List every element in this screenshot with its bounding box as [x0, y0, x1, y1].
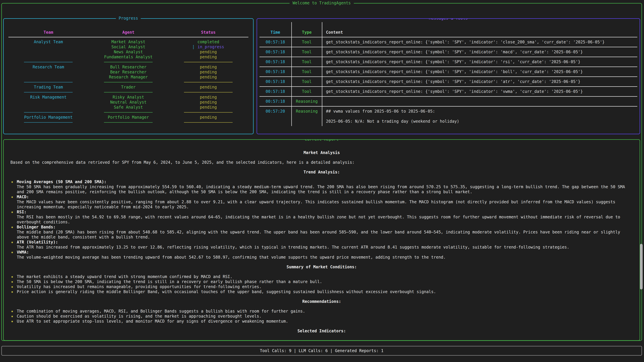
report-panel: Current Report Market Analysis Based on …	[3, 139, 640, 341]
messages-panel-title: Messages & Tools	[426, 18, 470, 21]
bullet-icon: ●	[10, 240, 17, 250]
progress-row: Portfolio ManagementPortfolio Managerpen…	[8, 115, 248, 120]
agent-cell: Social Analyst	[88, 44, 168, 49]
time-cell: 00:57:20	[260, 107, 291, 126]
welcome-title: Welcome to TradingAgents	[290, 1, 354, 5]
bullet-text: Use ATR to set appropriate stop-loss lev…	[17, 319, 633, 324]
bullet-item: ●Moving Averages (50 SMA and 200 SMA):Th…	[10, 179, 633, 194]
progress-panel-title: Progress	[116, 16, 141, 21]
time-cell: 00:57:18	[260, 47, 291, 57]
bullet-item: ●Caution should be exercised as volatili…	[10, 314, 633, 319]
bullet-text: The MACD values have been consistently p…	[17, 199, 633, 210]
bullet-icon: ●	[10, 250, 17, 260]
report-intro: Based on the comprehensive data retrieve…	[10, 160, 633, 165]
bullet-icon: ●	[10, 179, 17, 194]
bullet-label: RSI:	[17, 210, 633, 215]
agent-cell: Safe Analyst	[88, 105, 168, 110]
content-cell: get_stockstats_indicators_report_online:…	[322, 37, 637, 47]
section-heading: Selected Indicators:	[10, 329, 633, 334]
team-cell	[8, 44, 88, 49]
bullet-label: ATR (Volatility):	[17, 240, 633, 245]
status-cell: pending	[168, 69, 248, 75]
progress-table-header: Team Agent Status	[8, 22, 248, 35]
agent-cell: Bear Researcher	[88, 69, 168, 75]
progress-row: Social Analyst⡇in_progress	[8, 44, 248, 49]
scrollbar-thumb[interactable]	[640, 244, 643, 290]
bullet-icon: ●	[10, 284, 17, 289]
bullet-text: The RSI has been mostly in the 54.92 to …	[17, 215, 633, 225]
status-cell: pending	[168, 115, 248, 120]
messages-panel: Messages & Tools Time Type Content 00:57…	[256, 18, 640, 134]
bullet-text: The combination of moving averages, MACD…	[17, 309, 633, 314]
bullet-text: Price action is generally riding the mid…	[17, 289, 633, 294]
top-panels-row: Progress Team Agent Status Analyst TeamM…	[3, 18, 640, 134]
bullet-icon: ●	[10, 309, 17, 314]
column-header-team: Team	[8, 22, 88, 35]
agent-cell: Portfolio Manager	[88, 115, 168, 120]
bullet-text: Volatility has increased but remains man…	[17, 284, 633, 289]
status-cell: pending	[168, 100, 248, 105]
type-cell: Tool	[291, 77, 322, 86]
status-cell: completed	[168, 39, 248, 44]
progress-table-body: Analyst TeamMarket AnalystcompletedSocia…	[8, 39, 248, 125]
progress-row: News Analystpending	[8, 49, 248, 54]
time-cell: 00:57:18	[260, 97, 291, 106]
bullet-icon: ●	[10, 194, 17, 210]
time-cell: 00:57:18	[260, 87, 291, 96]
report-heading: Market Analysis	[10, 150, 633, 155]
content-cell	[322, 97, 637, 106]
report-body: Market Analysis Based on the comprehensi…	[4, 140, 640, 334]
report-sections: Trend Analysis:●Moving Averages (50 SMA …	[10, 170, 633, 334]
type-cell: Tool	[291, 47, 322, 57]
status-cell: pending	[168, 54, 248, 59]
stats-footer: Tool Calls: 9 | LLM Calls: 6 | Generated…	[1, 346, 642, 356]
content-cell: get_stockstats_indicators_report_online:…	[322, 67, 637, 76]
column-header-agent: Agent	[88, 22, 168, 35]
column-header-type: Type	[291, 22, 322, 37]
team-cell: Trading Team	[8, 85, 88, 90]
time-cell: 00:57:18	[260, 57, 291, 66]
agent-cell: News Analyst	[88, 49, 168, 54]
bullet-text: The volume-weighted moving average has b…	[17, 255, 633, 260]
bullet-item: ●Use ATR to set appropriate stop-loss le…	[10, 319, 633, 324]
status-cell: pending	[168, 85, 248, 90]
bullet-label: MACD:	[17, 194, 633, 199]
team-cell: Analyst Team	[8, 39, 88, 44]
progress-panel: Progress Team Agent Status Analyst TeamM…	[3, 18, 254, 134]
status-cell: pending	[168, 95, 248, 100]
bullet-text: Caution should be exercised as volatilit…	[17, 314, 633, 319]
content-cell: get_stockstats_indicators_report_online:…	[322, 47, 637, 57]
agent-cell: Bull Researcher	[88, 64, 168, 69]
group-separator	[8, 59, 248, 64]
spinner-icon: ⡇	[192, 44, 196, 49]
bullet-item: ●RSI:The RSI has been mostly in the 54.9…	[10, 210, 633, 225]
bullet-text: The middle band (20 SMA) has been rising…	[17, 230, 633, 240]
column-header-content: Content	[322, 22, 637, 37]
progress-row: Risk ManagementRisky Analystpending	[8, 95, 248, 100]
status-cell: ⡇in_progress	[168, 44, 248, 49]
team-cell: Risk Management	[8, 95, 88, 100]
bullet-item: ●The market exhibits a steady upward tre…	[10, 274, 633, 279]
section-heading: Trend Analysis:	[10, 170, 633, 175]
type-cell: Reasoning	[291, 97, 322, 106]
content-cell: get_stockstats_indicators_report_online:…	[322, 57, 637, 66]
team-cell	[8, 100, 88, 105]
content-cell: ## vwma values from 2025-05-06 to 2025-0…	[322, 107, 637, 126]
agent-cell: Trader	[88, 85, 168, 90]
bullet-text: The 50 SMA has been gradually increasing…	[17, 184, 633, 194]
agent-cell: Risky Analyst	[88, 95, 168, 100]
agent-cell: Neutral Analyst	[88, 100, 168, 105]
team-cell: Research Team	[8, 64, 88, 69]
time-cell: 00:57:18	[260, 67, 291, 76]
time-cell: 00:57:18	[260, 37, 291, 47]
group-separator	[8, 120, 248, 125]
status-cell: pending	[168, 64, 248, 69]
type-cell: Tool	[291, 57, 322, 66]
bullet-item: ●Bollinger Bands:The middle band (20 SMA…	[10, 225, 633, 240]
report-panel-title: Current Report	[302, 139, 341, 142]
type-cell: Tool	[291, 87, 322, 96]
type-cell: Tool	[291, 67, 322, 76]
progress-table: Team Agent Status Analyst TeamMarket Ana…	[4, 19, 253, 125]
progress-row: Safe Analystpending	[8, 105, 248, 110]
bullet-item: ●Volatility has increased but remains ma…	[10, 284, 633, 289]
